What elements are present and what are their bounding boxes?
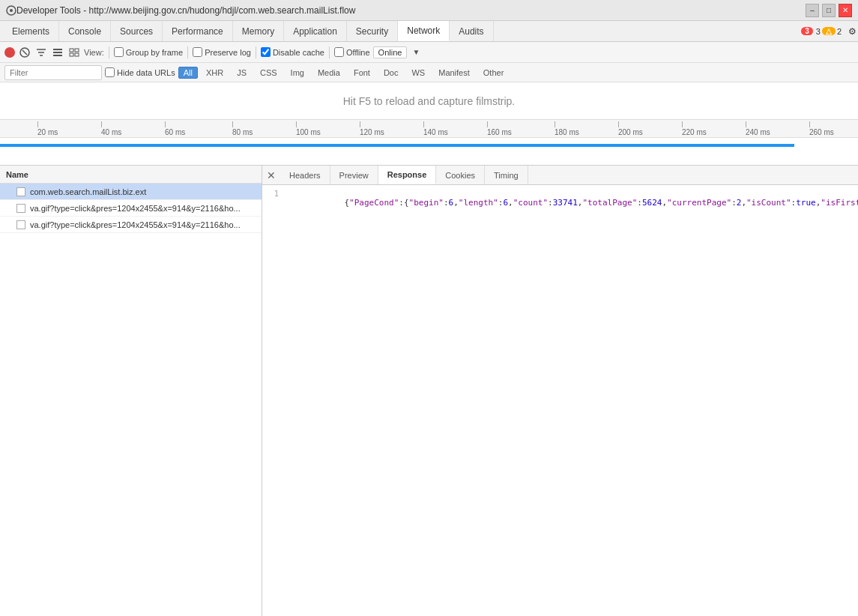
- svg-rect-7: [53, 49, 62, 50]
- disable-cache-label[interactable]: Disable cache: [261, 47, 324, 57]
- timeline-bars: [0, 138, 858, 165]
- filter-ws[interactable]: WS: [406, 67, 430, 79]
- filmstrip-area: Hit F5 to reload and capture filmstrip.: [0, 82, 858, 120]
- minimize-button[interactable]: –: [806, 4, 819, 17]
- preserve-log-checkbox[interactable]: [193, 47, 202, 57]
- close-button[interactable]: ✕: [839, 4, 852, 17]
- filter-doc[interactable]: Doc: [378, 67, 404, 79]
- split-pane: Name com.web.search.mailList.biz.ext va.…: [0, 166, 858, 616]
- filter-other[interactable]: Other: [478, 67, 510, 79]
- ruler-mark: 180 ms: [555, 121, 579, 136]
- warn-badge: △: [822, 27, 836, 35]
- clear-icon: [19, 47, 30, 58]
- separator-4: [329, 46, 330, 58]
- filter-font[interactable]: Font: [348, 67, 375, 79]
- timeline-ruler: 20 ms40 ms60 ms80 ms100 ms120 ms140 ms16…: [0, 120, 858, 138]
- record-button[interactable]: [4, 47, 15, 58]
- svg-rect-11: [75, 49, 79, 52]
- separator-2: [187, 46, 188, 58]
- filter-xhr[interactable]: XHR: [201, 67, 229, 79]
- error-warning-badges: 3 3 △ 2 ⚙: [801, 21, 858, 41]
- tab-network[interactable]: Network: [398, 21, 450, 41]
- filter-css[interactable]: CSS: [255, 67, 283, 79]
- filter-media[interactable]: Media: [312, 67, 345, 79]
- detail-tab-cookies[interactable]: Cookies: [436, 166, 485, 184]
- ruler-mark: 20 ms: [37, 121, 58, 136]
- detail-tab-preview[interactable]: Preview: [330, 166, 378, 184]
- tab-audits[interactable]: Audits: [450, 21, 493, 41]
- disable-cache-checkbox[interactable]: [261, 47, 271, 57]
- devtools-icon: [6, 5, 16, 16]
- request-item-2[interactable]: va.gif?type=click&pres=1204x2455&x=914&y…: [0, 217, 262, 233]
- tab-security[interactable]: Security: [347, 21, 398, 41]
- ruler-mark: 160 ms: [487, 121, 512, 136]
- svg-line-3: [22, 50, 27, 55]
- detail-tab-timing[interactable]: Timing: [485, 166, 528, 184]
- tab-application[interactable]: Application: [284, 21, 347, 41]
- grid-view-button[interactable]: [67, 46, 81, 59]
- svg-point-1: [10, 9, 13, 12]
- filter-img[interactable]: Img: [286, 67, 309, 79]
- ruler-mark: 260 ms: [809, 121, 834, 136]
- filter-all[interactable]: All: [178, 67, 198, 79]
- title-bar: Developer Tools - http://www.beijing.gov…: [0, 0, 858, 21]
- tab-memory[interactable]: Memory: [233, 21, 284, 41]
- offline-checkbox[interactable]: [334, 47, 344, 57]
- tab-performance[interactable]: Performance: [163, 21, 233, 41]
- ruler-mark: 220 ms: [682, 121, 707, 136]
- separator-3: [256, 46, 256, 58]
- detail-panel: ✕ Headers Preview Response Cookies Timin…: [262, 166, 858, 616]
- name-column-header: Name: [6, 170, 28, 179]
- grid-view-icon: [69, 48, 79, 57]
- request-item-1[interactable]: va.gif?type=click&pres=1204x2455&x=914&y…: [0, 200, 262, 217]
- main-content: Hit F5 to reload and capture filmstrip. …: [0, 82, 858, 616]
- svg-rect-8: [53, 52, 62, 53]
- detail-tab-response[interactable]: Response: [378, 166, 437, 184]
- requests-list: com.web.search.mailList.biz.ext va.gif?t…: [0, 184, 262, 616]
- clear-button[interactable]: [18, 46, 31, 59]
- tab-elements[interactable]: Elements: [3, 21, 59, 41]
- group-by-frame-label[interactable]: Group by frame: [114, 47, 183, 57]
- list-view-button[interactable]: [51, 46, 64, 59]
- timeline-area: 20 ms40 ms60 ms80 ms100 ms120 ms140 ms16…: [0, 120, 858, 166]
- filmstrip-hint: Hit F5 to reload and capture filmstrip.: [343, 95, 516, 107]
- list-view-icon: [52, 48, 63, 57]
- filter-button[interactable]: [34, 46, 48, 59]
- offline-label[interactable]: Offline: [334, 47, 370, 57]
- toolbar: View: Group by frame Preserve log Disabl…: [0, 42, 858, 63]
- filter-manifest[interactable]: Manifest: [433, 67, 475, 79]
- tab-console[interactable]: Console: [59, 21, 111, 41]
- filter-icon: [36, 48, 46, 57]
- window-title: Developer Tools - http://www.beijing.gov…: [16, 5, 806, 16]
- ruler-mark: 60 ms: [165, 121, 185, 136]
- online-button[interactable]: Online: [373, 46, 408, 58]
- requests-panel: Name com.web.search.mailList.biz.ext va.…: [0, 166, 262, 616]
- filter-input[interactable]: [4, 65, 102, 80]
- ruler-mark: 200 ms: [618, 121, 643, 136]
- request-icon-1: [16, 204, 25, 213]
- line-number-1: 1: [262, 188, 285, 199]
- response-line-1: 1 {"PageCond":{"begin":6,"length":6,"cou…: [262, 188, 858, 217]
- settings-icon[interactable]: ⚙: [846, 25, 858, 37]
- hide-data-urls-checkbox[interactable]: [105, 67, 115, 77]
- svg-rect-9: [53, 55, 62, 56]
- group-by-frame-checkbox[interactable]: [114, 47, 124, 57]
- hide-data-urls-label[interactable]: Hide data URLs: [105, 67, 175, 77]
- filter-row: Hide data URLs All XHR JS CSS Img Media …: [0, 63, 858, 82]
- maximize-button[interactable]: □: [822, 4, 836, 17]
- separator-1: [109, 46, 109, 58]
- requests-header: Name: [0, 166, 262, 184]
- request-item-0[interactable]: com.web.search.mailList.biz.ext: [0, 184, 262, 200]
- error-badge: 3: [801, 27, 813, 35]
- tab-sources[interactable]: Sources: [111, 21, 163, 41]
- filter-js[interactable]: JS: [232, 67, 252, 79]
- svg-rect-12: [70, 53, 73, 56]
- close-detail-button[interactable]: ✕: [262, 166, 280, 184]
- preserve-log-label[interactable]: Preserve log: [193, 47, 251, 57]
- throttle-chevron-icon[interactable]: ▼: [410, 46, 422, 58]
- timeline-blue-bar: [0, 144, 794, 147]
- ruler-mark: 120 ms: [360, 121, 384, 136]
- detail-tab-headers[interactable]: Headers: [280, 166, 330, 184]
- request-icon-0: [16, 187, 25, 196]
- ruler-mark: 240 ms: [746, 121, 770, 136]
